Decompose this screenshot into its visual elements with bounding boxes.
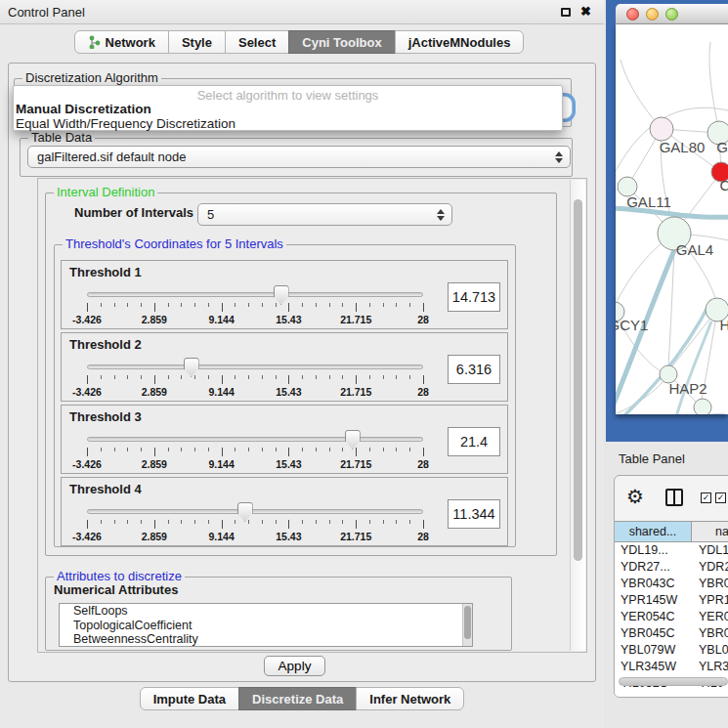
- panel-title: Control Panel: [8, 5, 85, 20]
- tick-mark: [383, 520, 384, 524]
- slider-track[interactable]: [87, 437, 423, 442]
- table-row[interactable]: YDR27...YDR2: [615, 559, 728, 576]
- cell-name: YBL0: [699, 643, 728, 657]
- tab-discretize-data[interactable]: Discretize Data: [238, 687, 357, 710]
- cyni-bottom-tabs: Impute Data Discretize Data Infer Networ…: [0, 687, 604, 710]
- tab-label: Infer Network: [369, 692, 450, 707]
- threshold-value-field[interactable]: 21.4: [448, 427, 500, 456]
- table-panel: Table Panel ⚙ ✓ ✓ shared... na YDL19...Y…: [606, 442, 728, 728]
- table-row[interactable]: YLR345WYLR3: [615, 659, 728, 675]
- list-scrollbar-thumb[interactable]: [464, 606, 471, 639]
- network-node[interactable]: [694, 399, 711, 414]
- tab-network[interactable]: Network: [74, 30, 169, 54]
- tab-style[interactable]: Style: [168, 30, 226, 54]
- gear-icon[interactable]: ⚙: [626, 485, 644, 508]
- tick-mark: [302, 448, 303, 451]
- table-row[interactable]: YER054CYER0: [615, 609, 728, 625]
- numerical-attributes-listbox[interactable]: SelfLoopsTopologicalCoefficientBetweenne…: [59, 603, 473, 647]
- tick-mark: [288, 448, 289, 456]
- tab-select[interactable]: Select: [225, 30, 289, 54]
- number-of-intervals-combobox[interactable]: 5: [197, 203, 452, 226]
- threshold-slider[interactable]: -3.4262.8599.14415.4321.71528: [87, 501, 423, 544]
- attribute-item[interactable]: SelfLoops: [60, 604, 472, 619]
- tick-mark: [288, 303, 289, 312]
- column-header-name[interactable]: na: [693, 522, 728, 541]
- table-row[interactable]: YBL079WYBL0: [615, 642, 728, 659]
- float-window-icon[interactable]: [561, 8, 571, 17]
- tick-mark: [248, 303, 249, 307]
- slider-track[interactable]: [87, 292, 423, 297]
- slider-track[interactable]: [87, 364, 423, 369]
- settings-scrollbar-thumb[interactable]: [574, 199, 582, 561]
- columns-icon[interactable]: [665, 489, 683, 506]
- tick-mark: [235, 448, 236, 451]
- tick-mark: [235, 520, 236, 524]
- tick-mark: [288, 375, 289, 384]
- tab-cyni-toolbox[interactable]: Cyni Toolbox: [288, 30, 395, 54]
- cell-shared-name: YBR043C: [621, 577, 675, 590]
- tick-mark: [369, 448, 370, 451]
- slider-thumb[interactable]: [184, 358, 199, 377]
- tick-mark: [396, 303, 397, 307]
- tick-mark: [356, 520, 357, 529]
- minimize-traffic-light-icon[interactable]: [646, 8, 659, 21]
- tick-mark: [409, 375, 410, 379]
- slider-ticks: [87, 520, 423, 530]
- network-node-label: C: [720, 177, 728, 193]
- attribute-item[interactable]: TopologicalCoefficient: [60, 619, 472, 633]
- network-node[interactable]: [650, 117, 673, 141]
- slider-thumb[interactable]: [345, 430, 361, 450]
- tick-mark: [127, 520, 128, 524]
- tick-mark: [208, 303, 209, 307]
- tab-jactivemnodules[interactable]: jActiveMNodules: [395, 30, 525, 54]
- apply-button[interactable]: Apply: [264, 656, 325, 676]
- threshold-value-field[interactable]: 14.713: [448, 282, 500, 312]
- tick-label: 28: [417, 458, 429, 470]
- network-node-label: GA: [716, 139, 728, 155]
- tab-label: jActiveMNodules: [408, 35, 511, 50]
- table-row[interactable]: YBR045CYBR0: [615, 625, 728, 642]
- tick-mark: [316, 375, 317, 379]
- tab-infer-network[interactable]: Infer Network: [356, 687, 464, 710]
- network-window-titlebar[interactable]: [616, 4, 728, 24]
- dropdown-option-equal-width[interactable]: Equal Width/Frequency Discretization: [16, 116, 236, 131]
- checkbox-icon[interactable]: ✓: [701, 492, 711, 503]
- number-of-intervals-label: Number of Intervals: [74, 205, 193, 220]
- network-node-label: GCY1: [616, 317, 648, 333]
- attribute-item[interactable]: BetweennessCentrality: [60, 632, 472, 647]
- group-label: Interval Definition: [54, 185, 157, 199]
- slider-track[interactable]: [87, 509, 423, 514]
- slider-thumb[interactable]: [237, 502, 253, 522]
- threshold-value-field[interactable]: 6.316: [448, 355, 500, 384]
- threshold-slider[interactable]: -3.4262.8599.14415.4321.71528: [87, 357, 423, 400]
- settings-scrollbar[interactable]: [570, 180, 585, 651]
- tick-mark: [181, 303, 182, 307]
- slider-thumb[interactable]: [274, 285, 289, 305]
- table-row[interactable]: YDL19...YDL1: [615, 542, 728, 559]
- table-data-combobox[interactable]: galFiltered.sif default node: [27, 146, 571, 168]
- threshold-slider[interactable]: -3.4262.8599.14415.4321.71528: [87, 284, 423, 327]
- threshold-value-field[interactable]: 11.344: [448, 499, 500, 529]
- threshold-slider[interactable]: -3.4262.8599.14415.4321.71528: [87, 429, 423, 472]
- dropdown-option-manual[interactable]: Manual Discretization: [16, 102, 151, 116]
- table-horizontal-scrollbar[interactable]: [619, 677, 728, 686]
- threshold-coordinates-group: Threshold's Coordinates for 5 Intervals …: [54, 244, 516, 547]
- tab-impute-data[interactable]: Impute Data: [140, 687, 239, 710]
- zoom-traffic-light-icon[interactable]: [665, 8, 678, 21]
- close-traffic-light-icon[interactable]: [626, 8, 639, 21]
- tick-mark: [396, 520, 397, 524]
- network-canvas[interactable]: GAL80GACGAL11GAL4GCY1HHAP2: [616, 24, 728, 414]
- cyni-toolbox-pane: Discretization Algorithm Select algorith…: [8, 63, 596, 682]
- column-header-shared[interactable]: shared...: [615, 522, 692, 541]
- checkbox-icon[interactable]: ✓: [715, 492, 726, 503]
- list-scrollbar[interactable]: [462, 604, 472, 646]
- tick-mark: [208, 375, 209, 379]
- network-node-label: H: [720, 317, 728, 333]
- table-panel-title: Table Panel: [619, 451, 685, 466]
- table-row[interactable]: YBR043CYBR0: [615, 576, 728, 592]
- close-icon[interactable]: ✖: [580, 4, 591, 19]
- tick-label: -3.426: [72, 314, 102, 325]
- tick-mark: [222, 375, 223, 384]
- table-row[interactable]: YPR145WYPR1: [615, 592, 728, 609]
- network-node-label: HAP2: [668, 380, 707, 397]
